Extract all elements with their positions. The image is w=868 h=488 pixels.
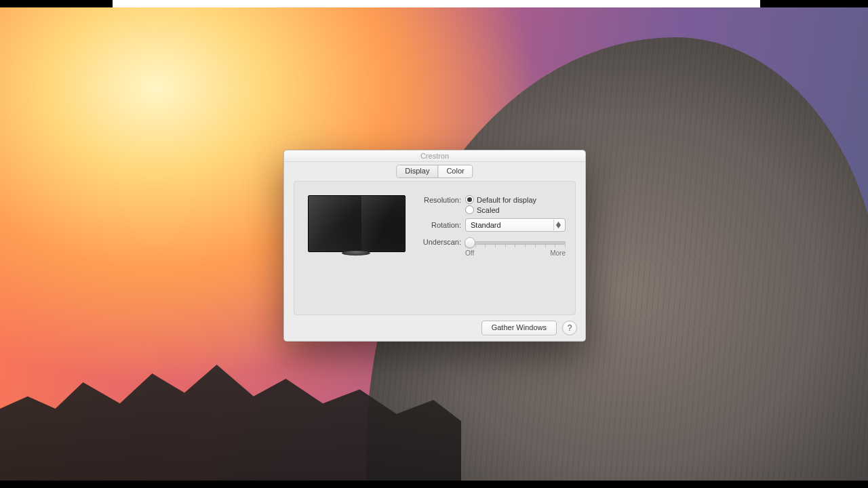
tab-bar: Display Color xyxy=(396,165,473,178)
window-title[interactable]: Crestron xyxy=(284,150,585,162)
letterbox-bottom xyxy=(0,481,868,488)
help-button[interactable]: ? xyxy=(562,321,577,336)
gather-windows-button[interactable]: Gather Windows xyxy=(481,321,557,336)
rotation-value: Standard xyxy=(471,221,501,229)
slider-ticks xyxy=(465,245,566,248)
tab-color[interactable]: Color xyxy=(437,165,472,178)
underscan-label: Underscan: xyxy=(415,236,465,246)
monitor-icon xyxy=(308,195,406,252)
underscan-min: Off xyxy=(465,249,474,257)
rotation-select[interactable]: Standard xyxy=(465,218,566,232)
slider-thumb[interactable] xyxy=(465,237,475,248)
settings-panel: Resolution: Default for display Scaled R… xyxy=(294,181,576,315)
resolution-option-default[interactable]: Default for display xyxy=(477,196,536,204)
underscan-slider[interactable]: Off More xyxy=(465,236,566,248)
resolution-radio-default[interactable] xyxy=(465,195,474,204)
rotation-label: Rotation: xyxy=(415,221,465,229)
resolution-option-scaled[interactable]: Scaled xyxy=(477,206,500,214)
select-stepper-icon xyxy=(553,220,563,230)
tab-display[interactable]: Display xyxy=(397,165,437,178)
resolution-row-2: Scaled xyxy=(415,205,566,214)
resolution-row: Resolution: Default for display xyxy=(415,195,566,204)
resolution-radio-scaled[interactable] xyxy=(465,205,474,214)
resolution-label: Resolution: xyxy=(415,196,465,204)
underscan-row: Underscan: Off More xyxy=(415,236,566,248)
help-icon: ? xyxy=(568,323,572,333)
top-white-strip xyxy=(113,0,760,7)
rotation-row: Rotation: Standard xyxy=(415,218,566,232)
monitor-stand xyxy=(342,251,370,256)
display-preferences-window: Crestron Display Color Resolution: Defau… xyxy=(283,150,586,342)
underscan-max: More xyxy=(550,249,566,257)
